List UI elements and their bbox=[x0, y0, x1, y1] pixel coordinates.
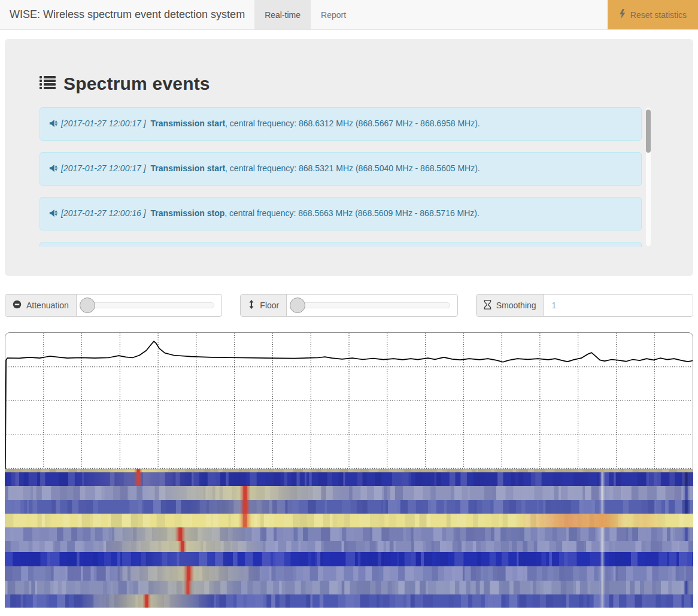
attenuation-slider-track[interactable] bbox=[89, 302, 214, 308]
resize-vertical-icon bbox=[248, 299, 255, 311]
bullhorn-icon bbox=[49, 119, 57, 131]
event-timestamp: [2017-01-27 12:00:16 ] bbox=[61, 208, 148, 218]
attenuation-control: Attenuation bbox=[5, 294, 222, 317]
bullhorn-icon bbox=[49, 163, 57, 175]
floor-label: Floor bbox=[260, 301, 279, 310]
navbar: WISE: Wireless spectrum event detection … bbox=[0, 0, 698, 30]
panel-title: Spectrum events bbox=[40, 74, 651, 94]
floor-control: Floor bbox=[240, 294, 457, 317]
reset-statistics-label: Reset statistics bbox=[630, 10, 687, 20]
attenuation-label: Attenuation bbox=[26, 301, 69, 310]
floor-addon: Floor bbox=[241, 295, 287, 316]
attenuation-slider-handle[interactable] bbox=[80, 298, 95, 313]
hourglass-icon bbox=[484, 300, 491, 311]
lightning-bolt-icon bbox=[619, 9, 626, 20]
spectrum-chart bbox=[5, 332, 693, 469]
floor-slider[interactable] bbox=[287, 295, 457, 316]
event-type: Transmission start bbox=[151, 119, 226, 128]
spectrum-events-panel: Spectrum events [2017-01-27 12:00:17 ] T… bbox=[5, 39, 693, 276]
panel-title-text: Spectrum events bbox=[63, 74, 210, 94]
event-detail: , central frequency: 868.5663 MHz (868.5… bbox=[224, 208, 480, 218]
event-list-item: [2017-01-27 12:00:16 ] Transmission stop… bbox=[40, 197, 642, 230]
events-scrollbar-track[interactable] bbox=[645, 107, 651, 247]
floor-slider-track[interactable] bbox=[299, 302, 450, 308]
event-detail: , central frequency: 868.6312 MHz (868.5… bbox=[225, 119, 480, 128]
navbar-spacer bbox=[356, 0, 608, 29]
events-list: [2017-01-27 12:00:17 ] Transmission star… bbox=[40, 107, 651, 247]
event-timestamp: [2017-01-27 12:00:17 ] bbox=[61, 119, 148, 128]
event-list-item bbox=[40, 242, 642, 247]
event-list-item: [2017-01-27 12:00:17 ] Transmission star… bbox=[40, 107, 642, 141]
smoothing-label: Smoothing bbox=[496, 301, 536, 310]
events-scrollbar-thumb[interactable] bbox=[646, 110, 651, 153]
event-timestamp: [2017-01-27 12:00:17 ] bbox=[61, 163, 148, 173]
tab-real-time-label: Real-time bbox=[265, 10, 301, 20]
smoothing-input[interactable] bbox=[544, 295, 693, 316]
attenuation-slider[interactable] bbox=[77, 295, 221, 316]
spectrogram-waterfall bbox=[5, 469, 693, 608]
list-icon bbox=[40, 74, 56, 94]
events-container: [2017-01-27 12:00:17 ] Transmission star… bbox=[40, 107, 651, 247]
bullhorn-icon bbox=[49, 208, 57, 220]
event-detail: , central frequency: 868.5321 MHz (868.5… bbox=[225, 163, 480, 173]
smoothing-control: Smoothing bbox=[476, 294, 693, 317]
tab-report[interactable]: Report bbox=[311, 0, 356, 29]
tab-real-time[interactable]: Real-time bbox=[254, 0, 311, 29]
event-type: Transmission stop bbox=[151, 208, 225, 218]
minus-circle-icon bbox=[13, 300, 22, 311]
tab-report-label: Report bbox=[321, 10, 346, 20]
smoothing-addon: Smoothing bbox=[477, 295, 544, 316]
controls-row: Attenuation Floor Smoothing bbox=[5, 294, 693, 317]
attenuation-addon: Attenuation bbox=[5, 295, 77, 316]
reset-statistics-button[interactable]: Reset statistics bbox=[608, 0, 698, 29]
spectrum-trace bbox=[5, 333, 693, 469]
event-type: Transmission start bbox=[151, 163, 226, 173]
app-brand[interactable]: WISE: Wireless spectrum event detection … bbox=[0, 0, 254, 29]
event-list-item: [2017-01-27 12:00:17 ] Transmission star… bbox=[40, 152, 642, 186]
floor-slider-handle[interactable] bbox=[290, 298, 305, 313]
